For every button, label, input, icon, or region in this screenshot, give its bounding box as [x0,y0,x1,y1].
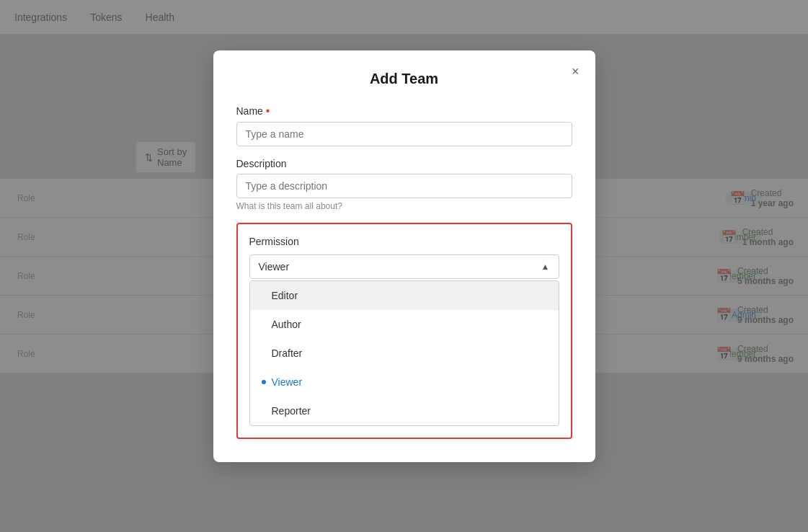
dropdown-item-drafter[interactable]: Drafter [250,339,559,368]
description-label: Description [236,158,572,169]
close-button[interactable]: × [567,62,584,81]
dropdown-item-label: Editor [272,290,298,301]
description-input[interactable] [236,174,572,198]
name-input[interactable] [236,122,572,146]
permission-section: Permission Viewer ▲ Editor Author [236,223,572,439]
dropdown-item-label: Drafter [272,347,303,359]
dropdown-item-label: Author [272,319,301,330]
permission-dropdown-list: Editor Author Drafter Viewer [249,280,559,426]
permission-selected-value: Viewer [259,261,290,272]
permission-select[interactable]: Viewer ▲ [249,254,559,279]
chevron-up-icon: ▲ [541,262,550,272]
dropdown-item-reporter[interactable]: Reporter [250,396,559,425]
modal-title: Add Team [236,71,572,87]
selected-indicator [262,380,266,384]
name-label: Name • [236,105,572,118]
description-hint: What is this team all about? [236,201,572,211]
dropdown-item-author[interactable]: Author [250,310,559,339]
add-team-modal: × Add Team Name • Description What is th… [213,50,595,462]
modal-overlay: × Add Team Name • Description What is th… [0,0,808,532]
required-indicator: • [266,105,270,118]
permission-label: Permission [249,236,559,247]
name-field-group: Name • [236,105,572,146]
dropdown-item-editor[interactable]: Editor [250,281,559,310]
dropdown-item-label: Reporter [272,405,311,417]
dropdown-item-label: Viewer [272,376,303,388]
description-field-group: Description What is this team all about? [236,158,572,211]
dropdown-item-viewer[interactable]: Viewer [250,368,559,396]
